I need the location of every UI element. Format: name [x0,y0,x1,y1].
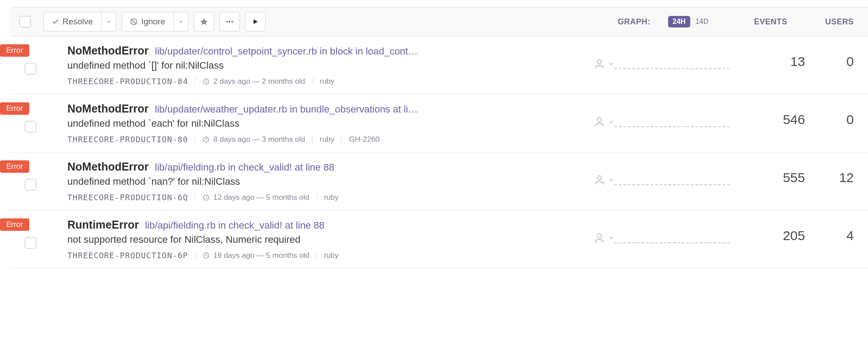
resolve-group: Resolve [43,12,116,31]
issue-user-count[interactable]: 0 [805,44,854,69]
events-sparkline [614,126,730,127]
time-range-group: 24H 14D [668,16,712,27]
issue-select-checkbox[interactable] [25,121,36,132]
issue-language-tag[interactable]: ruby [324,251,339,260]
chevron-down-icon [608,119,614,125]
bookmark-button[interactable] [194,12,214,31]
issue-message: undefined method `nan?' for nil:NilClass [67,176,543,187]
user-icon [593,174,606,186]
range-24h[interactable]: 24H [668,16,690,27]
select-all-checkbox[interactable] [20,16,31,27]
issue-short-id[interactable]: THREECORE-PRODUCTION-84 [67,77,188,86]
events-sparkline [614,68,730,69]
play-icon [252,18,259,25]
issues-toolbar: Resolve Ignore GRAPH: [10,7,868,36]
issue-user-count[interactable]: 4 [805,218,854,243]
toolbar-right: GRAPH: 24H 14D EVENTS USERS [618,16,858,27]
user-icon [593,116,606,128]
svg-marker-6 [254,19,258,24]
ignore-group: Ignore [121,12,188,31]
chevron-down-icon [608,235,614,241]
clock-icon [203,194,210,201]
issue-user-count[interactable]: 12 [805,160,854,185]
issue-location[interactable]: lib/updater/control_setpoint_syncer.rb i… [155,46,418,57]
events-sparkline [614,184,730,185]
issue-select-checkbox[interactable] [25,237,36,249]
svg-point-4 [229,21,230,22]
issue-row[interactable]: Error NoMethodError lib/api/fielding.rb … [10,152,868,210]
user-icon [593,232,606,244]
svg-line-1 [132,19,136,24]
events-sparkline [614,242,730,243]
issue-language-tag[interactable]: ruby [324,193,339,202]
assignee-picker[interactable] [543,44,614,70]
issue-linked-ref[interactable]: GH-2260 [349,135,379,144]
check-icon [52,18,59,25]
issue-short-id[interactable]: THREECORE-PRODUCTION-6Q [67,193,188,202]
realtime-button[interactable] [245,12,266,31]
graph-label: GRAPH: [618,17,650,27]
resolve-label: Resolve [63,17,93,27]
ellipsis-icon [225,17,234,26]
user-icon [593,58,606,70]
issue-select-checkbox[interactable] [25,179,36,190]
clock-icon [203,136,210,143]
chevron-down-icon [608,61,614,67]
assignee-picker[interactable] [543,160,614,186]
issue-error-type[interactable]: NoMethodError [67,102,149,115]
issue-error-type[interactable]: RuntimeError [67,218,139,231]
issue-row[interactable]: Error NoMethodError lib/updater/control_… [10,36,868,94]
resolve-dropdown[interactable] [101,12,116,31]
issue-message: undefined method `each' for nil:NilClass [67,118,543,129]
error-level-badge: Error [0,218,29,231]
error-level-badge: Error [0,44,29,57]
error-level-badge: Error [0,160,29,173]
resolve-button[interactable]: Resolve [43,12,102,31]
issue-message: not supported resource for NilClass, Num… [67,234,543,245]
clock-icon [203,78,210,85]
chevron-down-icon [178,19,184,24]
issue-language-tag[interactable]: ruby [320,135,334,144]
svg-marker-2 [200,18,207,25]
star-icon [199,17,208,26]
issue-row[interactable]: Error RuntimeError lib/api/fielding.rb i… [10,210,868,268]
issue-location[interactable]: lib/api/fielding.rb in check_valid! at l… [145,220,325,231]
issue-event-count[interactable]: 205 [747,218,805,243]
issues-list: Error NoMethodError lib/updater/control_… [0,36,868,268]
assignee-picker[interactable] [543,102,614,128]
error-level-badge: Error [0,102,29,115]
svg-point-8 [597,60,601,64]
range-14d[interactable]: 14D [692,16,712,27]
svg-point-12 [597,176,601,180]
issue-select-checkbox[interactable] [25,63,36,74]
issue-event-count[interactable]: 13 [747,44,805,69]
issue-row[interactable]: Error NoMethodError lib/updater/weather_… [10,94,868,152]
issue-location[interactable]: lib/updater/weather_updater.rb in bundle… [155,104,418,115]
issue-error-type[interactable]: NoMethodError [67,44,149,57]
ignore-label: Ignore [141,17,165,27]
ban-icon [130,18,138,26]
clock-icon [203,252,210,259]
svg-point-14 [597,234,601,238]
issue-timestamp: 8 days ago — 3 months old [213,135,305,144]
svg-point-10 [597,118,601,122]
issue-event-count[interactable]: 555 [747,160,805,185]
issue-short-id[interactable]: THREECORE-PRODUCTION-6P [67,251,188,260]
users-column-header: USERS [805,17,854,27]
issue-error-type[interactable]: NoMethodError [67,160,149,173]
issue-short-id[interactable]: THREECORE-PRODUCTION-80 [67,135,188,144]
issue-user-count[interactable]: 0 [805,102,854,127]
issue-language-tag[interactable]: ruby [320,77,334,86]
ignore-dropdown[interactable] [173,12,188,31]
svg-point-5 [231,21,233,22]
issue-event-count[interactable]: 546 [747,102,805,127]
assignee-picker[interactable] [543,218,614,244]
more-actions-button[interactable] [219,12,240,31]
chevron-down-icon [608,177,614,183]
issue-timestamp: 2 days ago — 2 months old [213,77,305,86]
issue-location[interactable]: lib/api/fielding.rb in check_valid! at l… [155,162,334,173]
issue-timestamp: 12 days ago — 5 months old [213,193,309,202]
issue-message: undefined method `[]' for nil:NilClass [67,60,543,71]
chevron-down-icon [106,19,111,24]
ignore-button[interactable]: Ignore [121,12,174,31]
